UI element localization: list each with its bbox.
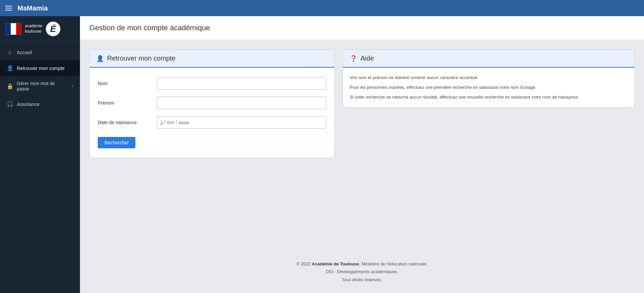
sidebar-item-label-assistance: Assistance bbox=[17, 102, 40, 107]
dob-row: Date de naissance bbox=[98, 116, 326, 129]
aide-text-line1: Vos nom et prénom ne doivent contenir au… bbox=[350, 74, 628, 81]
aide-card-title: Aide bbox=[360, 54, 374, 62]
page-title: Gestion de mon compte académique bbox=[89, 24, 635, 32]
sidebar-item-accueil[interactable]: ⌂ Accueil bbox=[0, 45, 80, 60]
form-card-body: Nom Prénom Date de naissance Rechercher bbox=[90, 68, 334, 158]
user-icon: 👤 bbox=[7, 65, 13, 71]
nom-row: Nom bbox=[98, 77, 326, 90]
logo-circle: É bbox=[46, 22, 60, 36]
footer-line3: Tous droits réservés. bbox=[80, 276, 644, 284]
aide-card-header: ❓ Aide bbox=[343, 50, 634, 68]
home-icon: ⌂ bbox=[7, 49, 13, 56]
prenom-input[interactable] bbox=[157, 97, 326, 109]
sidebar-item-label-accueil: Accueil bbox=[17, 50, 32, 55]
footer-line1: © 2022 Académie de Toulouse. Ministère d… bbox=[80, 260, 644, 268]
logo-academy-line1: académie bbox=[25, 24, 42, 29]
dob-input[interactable] bbox=[157, 116, 326, 129]
sidebar-item-label-retrouver: Retrouver mon compte bbox=[17, 66, 65, 71]
form-card-header: 👤 Retrouver mon compte bbox=[90, 50, 334, 68]
aide-text-line3: Si cette recherche ne retourne aucun rés… bbox=[350, 94, 628, 101]
hamburger-menu-button[interactable] bbox=[5, 6, 12, 10]
prenom-label: Prénom bbox=[98, 100, 152, 106]
flag-logo bbox=[5, 23, 22, 35]
sidebar: académie Toulouse É ⌂ Accueil 👤 Retrouve… bbox=[0, 16, 80, 293]
sidebar-nav: ⌂ Accueil 👤 Retrouver mon compte 🔒 Gérer… bbox=[0, 45, 80, 112]
dob-label: Date de naissance bbox=[98, 120, 152, 125]
prenom-row: Prénom bbox=[98, 97, 326, 109]
top-navbar: MaMamia bbox=[0, 0, 644, 16]
sidebar-item-gerer-mot-passe[interactable]: 🔒 Gérer mon mot de passe › bbox=[0, 76, 80, 96]
sidebar-item-label-mot-passe: Gérer mon mot de passe bbox=[17, 81, 68, 91]
form-card-header-icon: 👤 bbox=[96, 55, 104, 62]
headset-icon: 🎧 bbox=[7, 101, 13, 107]
sidebar-item-assistance[interactable]: 🎧 Assistance bbox=[0, 96, 80, 112]
aide-text-line2: Pour les personnes mariées, effectuez un… bbox=[350, 84, 628, 91]
lock-icon: 🔒 bbox=[7, 83, 13, 89]
aide-icon: ❓ bbox=[350, 55, 357, 62]
nom-input[interactable] bbox=[157, 77, 326, 90]
aide-card-body: Vos nom et prénom ne doivent contenir au… bbox=[343, 68, 634, 107]
main-content: Gestion de mon compte académique 👤 Retro… bbox=[80, 16, 644, 293]
sidebar-item-retrouver-compte[interactable]: 👤 Retrouver mon compte bbox=[0, 60, 80, 76]
chevron-right-icon: › bbox=[72, 84, 73, 88]
content-area: 👤 Retrouver mon compte Nom Prénom Date d… bbox=[80, 40, 644, 253]
app-title: MaMamia bbox=[17, 4, 48, 12]
aide-card: ❓ Aide Vos nom et prénom ne doivent cont… bbox=[343, 49, 635, 108]
search-button[interactable]: Rechercher bbox=[98, 137, 135, 148]
footer-line2: DSI - Développements académiques. bbox=[80, 268, 644, 276]
sidebar-logo: académie Toulouse É bbox=[0, 16, 80, 42]
page-header: Gestion de mon compte académique bbox=[80, 16, 644, 40]
footer: © 2022 Académie de Toulouse. Ministère d… bbox=[80, 253, 644, 293]
form-card-title: Retrouver mon compte bbox=[107, 54, 175, 62]
logo-academy-line2: Toulouse bbox=[25, 29, 42, 34]
main-layout: académie Toulouse É ⌂ Accueil 👤 Retrouve… bbox=[0, 16, 644, 293]
form-card: 👤 Retrouver mon compte Nom Prénom Date d… bbox=[89, 49, 335, 158]
logo-text: académie Toulouse bbox=[25, 24, 42, 34]
nom-label: Nom bbox=[98, 81, 152, 86]
